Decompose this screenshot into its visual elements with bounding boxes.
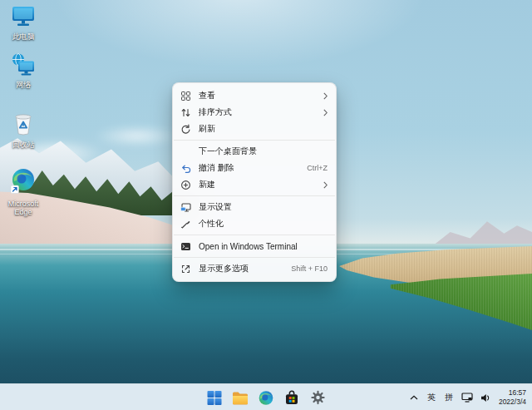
menu-item-label: 显示设置: [199, 201, 328, 213]
show-more-icon: [180, 264, 191, 274]
new-item-icon: [180, 180, 191, 190]
tray-chevron-button[interactable]: [406, 388, 421, 408]
refresh-icon: [180, 124, 191, 135]
menu-item-shortcut: Ctrl+Z: [307, 164, 328, 172]
menu-item-label: 查看: [199, 90, 317, 101]
menu-separator: [174, 140, 335, 141]
desktop-icon-edge[interactable]: Microsoft Edge: [2, 168, 45, 217]
menu-item-label: 撤消 删除: [199, 162, 300, 174]
taskbar: 英 拼 16:57 2022/3/4: [0, 383, 532, 410]
file-explorer-button[interactable]: [230, 388, 251, 408]
folder-icon: [232, 390, 249, 406]
menu-item-sort-by[interactable]: 排序方式: [173, 104, 336, 121]
store-bag-icon: [283, 389, 301, 407]
chevron-right-icon: [323, 92, 328, 100]
menu-item-shortcut: Shift + F10: [291, 264, 328, 273]
menu-item-show-more-options[interactable]: 显示更多选项 Shift + F10: [173, 260, 336, 277]
personalize-icon: [180, 219, 191, 230]
edge-browser-icon: [259, 390, 274, 406]
this-pc-icon: [11, 5, 36, 27]
menu-item-label: 显示更多选项: [199, 263, 284, 274]
taskbar-center-buttons: [204, 384, 328, 410]
desktop-icon-label: 网络: [2, 81, 45, 89]
ime-mode-button[interactable]: 拼: [441, 388, 456, 408]
edge-icon: [10, 168, 37, 195]
speaker-icon: [480, 393, 490, 403]
chevron-up-icon: [410, 395, 418, 400]
menu-item-display-settings[interactable]: 显示设置: [173, 199, 336, 215]
menu-item-icon-spacer: [180, 146, 191, 157]
ime-language-button[interactable]: 英: [424, 388, 439, 408]
menu-item-label: 刷新: [199, 123, 328, 135]
store-button[interactable]: [282, 388, 303, 408]
desktop-icon-label: 回收站: [2, 141, 45, 149]
settings-button[interactable]: [308, 388, 328, 408]
clock-time: 16:57: [499, 388, 526, 398]
menu-item-open-in-windows-terminal[interactable]: Open in Windows Terminal: [173, 238, 336, 254]
menu-item-label: 新建: [199, 179, 317, 190]
menu-item-label: 个性化: [199, 218, 328, 230]
gear-icon: [309, 389, 326, 406]
sort-arrows-icon: [180, 107, 191, 118]
desktop-icon-this-pc[interactable]: 此电脑: [2, 5, 45, 41]
terminal-icon: [180, 241, 191, 252]
recycle-bin-icon: [12, 111, 35, 136]
taskbar-clock[interactable]: 16:57 2022/3/4: [495, 388, 530, 407]
edge-button[interactable]: [256, 388, 277, 408]
taskbar-tray: 英 拼 16:57 2022/3/4: [406, 384, 530, 410]
menu-item-view[interactable]: 查看: [173, 87, 336, 104]
view-grid-icon: [180, 91, 191, 101]
start-button[interactable]: [204, 388, 225, 408]
menu-item-label: 下一个桌面背景: [199, 146, 328, 157]
menu-item-personalize[interactable]: 个性化: [173, 215, 336, 232]
menu-item-refresh[interactable]: 刷新: [173, 121, 336, 137]
network-ethernet-icon: [461, 393, 473, 403]
desktop-screen: 此电脑 网络 回收站: [0, 0, 532, 410]
volume-button[interactable]: [478, 388, 493, 408]
menu-item-new[interactable]: 新建: [173, 176, 336, 193]
clock-date: 2022/3/4: [499, 398, 526, 407]
desktop-icon-label: 此电脑: [2, 32, 45, 41]
network-button[interactable]: [459, 388, 475, 408]
display-settings-icon: [180, 202, 191, 213]
menu-item-label: Open in Windows Terminal: [199, 242, 328, 251]
menu-item-label: 排序方式: [199, 106, 317, 118]
windows-start-icon: [207, 390, 223, 406]
menu-item-undo-delete[interactable]: 撤消 删除 Ctrl+Z: [173, 160, 336, 176]
chevron-right-icon: [323, 109, 328, 116]
desktop-icon-recycle-bin[interactable]: 回收站: [2, 111, 45, 149]
menu-item-next-desktop-background[interactable]: 下一个桌面背景: [173, 143, 336, 160]
chevron-right-icon: [323, 181, 328, 189]
desktop-icon-network[interactable]: 网络: [2, 53, 45, 89]
network-icon: [11, 53, 36, 76]
menu-separator: [174, 195, 335, 196]
undo-icon: [180, 163, 191, 174]
context-menu: 查看 排序方式 刷新 下一个桌面背景: [172, 82, 337, 282]
menu-separator: [174, 235, 335, 235]
menu-separator: [174, 257, 335, 258]
desktop-icon-label: Microsoft Edge: [2, 200, 45, 217]
